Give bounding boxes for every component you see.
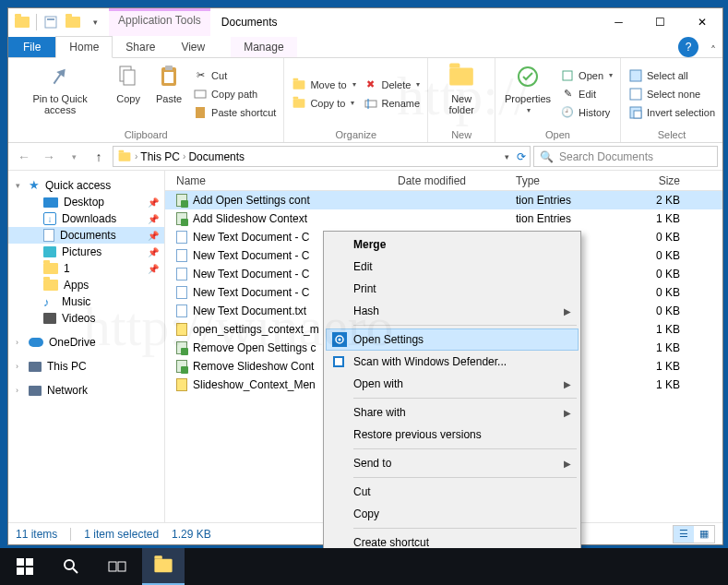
cm-share-with[interactable]: Share with▶	[326, 401, 579, 424]
copy-path-button[interactable]: Copy path	[191, 86, 278, 102]
properties-button[interactable]: Properties▾	[499, 60, 556, 127]
select-none-button[interactable]: Select none	[627, 86, 717, 102]
svg-rect-7	[195, 90, 206, 98]
sidebar-item-downloads[interactable]: ↓Downloads📌	[8, 210, 164, 227]
col-type[interactable]: Type	[516, 174, 625, 187]
svg-point-26	[65, 560, 74, 569]
edit-button[interactable]: ✎Edit	[558, 86, 615, 102]
search-taskbar-button[interactable]	[50, 549, 92, 584]
col-size[interactable]: Size	[625, 174, 689, 187]
open-button[interactable]: Open▾	[558, 67, 615, 84]
file-name: New Text Document.txt	[193, 304, 306, 317]
rename-button[interactable]: Rename	[362, 95, 423, 112]
folder-icon	[12, 12, 32, 32]
tab-view[interactable]: View	[168, 37, 218, 57]
sidebar-item-music[interactable]: ♪Music	[8, 293, 164, 310]
sidebar-item-apps[interactable]: Apps	[8, 277, 164, 293]
copy-path-icon	[193, 87, 208, 101]
cm-merge[interactable]: Merge	[326, 233, 579, 256]
cm-edit[interactable]: Edit	[326, 256, 579, 278]
sidebar-item-quick-access[interactable]: ▾★Quick access	[8, 176, 164, 194]
svg-rect-12	[563, 71, 572, 80]
recent-dropdown-icon[interactable]: ▾	[63, 146, 85, 168]
svg-rect-25	[26, 567, 33, 575]
back-button[interactable]: ←	[13, 146, 35, 168]
file-name: Remove Open Settings c	[193, 341, 316, 354]
collapse-ribbon-icon[interactable]: ˄	[704, 44, 722, 57]
cm-print[interactable]: Print	[326, 278, 579, 300]
col-name[interactable]: Name	[165, 174, 398, 187]
group-label: Open	[499, 127, 616, 142]
invert-selection-button[interactable]: Invert selection	[627, 104, 717, 121]
file-row[interactable]: Add Open Settings conttion Entries2 KB	[165, 191, 722, 209]
move-to-button[interactable]: Move to▾	[290, 77, 357, 93]
refresh-icon[interactable]: ⟳	[517, 150, 526, 163]
tab-manage[interactable]: Manage	[231, 37, 296, 57]
separator	[353, 477, 577, 478]
taskview-button[interactable]	[96, 549, 138, 584]
thumbnails-view-button[interactable]: ▦	[694, 526, 714, 543]
paste-shortcut-button[interactable]: Paste shortcut	[191, 104, 278, 121]
close-button[interactable]: ✕	[681, 9, 722, 35]
cm-copy[interactable]: Copy	[326, 503, 579, 525]
file-icon	[176, 378, 187, 391]
cm-open-with[interactable]: Open with▶	[326, 373, 579, 395]
minimize-button[interactable]: ─	[598, 9, 639, 35]
svg-rect-0	[45, 17, 56, 28]
cm-send-to[interactable]: Send to▶	[326, 452, 579, 474]
properties-qat-icon[interactable]	[41, 12, 61, 32]
divider	[36, 14, 37, 30]
history-button[interactable]: 🕘History	[558, 104, 615, 121]
sidebar-item-onedrive[interactable]: ›OneDrive	[8, 334, 164, 351]
maximize-button[interactable]: ☐	[639, 9, 681, 35]
select-all-button[interactable]: Select all	[627, 67, 717, 84]
crumb-documents[interactable]: Documents	[188, 150, 245, 163]
sidebar-item-this-pc[interactable]: ›This PC	[8, 358, 164, 375]
sidebar-item-documents[interactable]: Documents📌	[8, 227, 164, 244]
cm-hash[interactable]: Hash▶	[326, 300, 579, 322]
group-organize: Move to▾ Copy to▾ ✖Delete▾ Rename Organi…	[284, 58, 428, 142]
open-icon	[560, 68, 575, 83]
details-view-button[interactable]: ☰	[674, 526, 694, 543]
cm-open-settings[interactable]: Open Settings	[326, 328, 579, 351]
pin-to-quick-access-button[interactable]: Pin to Quick access	[12, 60, 108, 127]
cm-cut[interactable]: Cut	[326, 481, 579, 503]
new-folder-button[interactable]: New folder	[432, 60, 491, 127]
file-name: New Text Document - C	[193, 268, 310, 281]
sidebar-item-network[interactable]: ›Network	[8, 382, 164, 399]
file-row[interactable]: Add Slideshow Contexttion Entries1 KB	[165, 209, 722, 228]
paste-button[interactable]: Paste	[149, 60, 189, 127]
copy-button[interactable]: Copy	[108, 60, 149, 127]
qat-dropdown-icon[interactable]: ▾	[85, 12, 105, 32]
cut-button[interactable]: ✂Cut	[191, 67, 278, 84]
dropdown-icon[interactable]: ▾	[505, 152, 509, 161]
file-name: Add Open Settings cont	[193, 194, 310, 207]
tab-home[interactable]: Home	[55, 36, 113, 58]
col-date[interactable]: Date modified	[398, 174, 516, 187]
music-icon: ♪	[43, 295, 56, 308]
sidebar-item-pictures[interactable]: Pictures📌	[8, 244, 164, 260]
new-folder-qat-icon[interactable]	[63, 12, 83, 32]
up-button[interactable]: ↑	[88, 146, 110, 168]
forward-button[interactable]: →	[38, 146, 60, 168]
pictures-icon	[43, 246, 56, 257]
cm-restore[interactable]: Restore previous versions	[326, 424, 579, 446]
context-tab-label: Application Tools	[109, 8, 210, 36]
sidebar-item-videos[interactable]: Videos	[8, 310, 164, 327]
breadcrumb[interactable]: › This PC › Documents ▾ ⟳	[113, 146, 531, 167]
search-input[interactable]: 🔍 Search Documents	[533, 146, 718, 167]
start-button[interactable]	[4, 549, 46, 584]
help-button[interactable]: ?	[678, 37, 698, 57]
sidebar-item-one[interactable]: 1📌	[8, 260, 164, 277]
delete-button[interactable]: ✖Delete▾	[362, 77, 423, 93]
tab-share[interactable]: Share	[113, 37, 168, 57]
separator	[353, 398, 577, 399]
file-size: 1 KB	[625, 360, 689, 373]
explorer-taskbar-button[interactable]	[142, 548, 185, 585]
file-name: New Text Document - C	[193, 231, 310, 244]
tab-file[interactable]: File	[8, 37, 55, 57]
crumb-this-pc[interactable]: This PC	[140, 150, 180, 163]
copy-to-button[interactable]: Copy to▾	[290, 95, 357, 112]
sidebar-item-desktop[interactable]: Desktop📌	[8, 194, 164, 210]
cm-scan[interactable]: Scan with Windows Defender...	[326, 351, 579, 373]
